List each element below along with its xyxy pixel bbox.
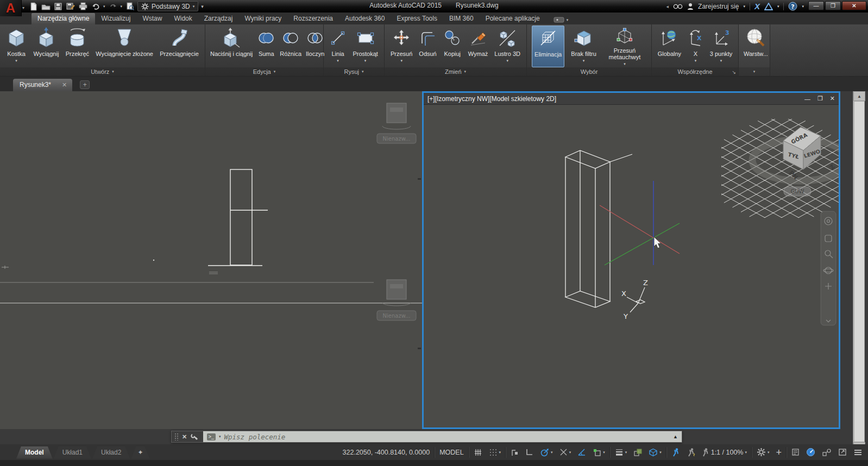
tab-narzedzia-glowne[interactable]: Narzędzia główne bbox=[32, 13, 95, 24]
viewport-close-icon[interactable]: ✕ bbox=[830, 95, 835, 102]
sign-in-caret-icon[interactable]: ▾ bbox=[743, 4, 745, 9]
left-viewport[interactable]: Nienazw... Nienazw... bbox=[0, 91, 422, 429]
dynamic-input-toggle[interactable] bbox=[574, 444, 589, 460]
lineweight-toggle[interactable]: ▾ bbox=[612, 444, 631, 460]
przesun-metauchwyt-button[interactable]: Przesuń metauchwyt ▾ bbox=[603, 26, 646, 67]
warstwy-button[interactable]: Warstw... bbox=[741, 26, 770, 67]
prostokat-caret-icon[interactable]: ▾ bbox=[364, 58, 367, 64]
help-icon[interactable]: ? bbox=[788, 2, 797, 11]
prostokat-button[interactable]: Prostokąt ▾ bbox=[350, 26, 380, 67]
kostka-caret-icon[interactable]: ▾ bbox=[15, 58, 17, 64]
lustro-3d-button[interactable]: Lustro 3D ▾ bbox=[492, 26, 523, 67]
layout2-tab[interactable]: Układ2 bbox=[92, 446, 130, 459]
osnap-3d-caret-icon[interactable]: ▾ bbox=[659, 450, 662, 455]
kostka-button[interactable]: Kostka ▾ bbox=[4, 26, 29, 67]
sign-in-button[interactable]: Zarejestruj się bbox=[698, 3, 739, 10]
annotation-monitor-button[interactable]: + bbox=[772, 444, 785, 460]
undo-button[interactable] bbox=[91, 2, 100, 11]
navigation-bar[interactable] bbox=[821, 211, 836, 325]
polar-tracking-toggle[interactable]: ▾ bbox=[537, 444, 556, 460]
selection-caret-icon[interactable]: ▾ bbox=[603, 450, 605, 455]
grid-display-toggle[interactable]: ▾ bbox=[486, 444, 505, 460]
save-button[interactable] bbox=[53, 2, 63, 11]
command-input[interactable]: >_ ▾ Wpisz polecenie ▲ bbox=[203, 431, 682, 442]
viewcube-ucs-button[interactable]: GUW bbox=[784, 187, 811, 196]
workspace-caret-icon[interactable]: ▾ bbox=[193, 4, 195, 9]
redo-caret-icon[interactable]: ▾ bbox=[121, 4, 123, 9]
left-drawing-canvas[interactable]: Nienazw... Nienazw... bbox=[0, 91, 422, 429]
iloczyn-button[interactable]: Iloczyn bbox=[304, 26, 326, 67]
vertical-scrollbar[interactable]: ▲ ▼ bbox=[853, 91, 865, 452]
clean-screen-button[interactable] bbox=[835, 444, 850, 460]
scroll-up-icon[interactable]: ▲ bbox=[853, 91, 865, 101]
wymaz-button[interactable]: Wymaż bbox=[466, 26, 490, 67]
tab-wstaw[interactable]: Wstaw bbox=[136, 13, 168, 24]
annotation-visibility-toggle[interactable] bbox=[668, 444, 683, 460]
model-space-toggle[interactable]: MODEL bbox=[439, 449, 463, 456]
panel-rysuj-footer[interactable]: Rysuj▾ bbox=[324, 67, 384, 76]
annotation-scale-caret-icon[interactable]: ▾ bbox=[745, 450, 747, 455]
polar-caret-icon[interactable]: ▾ bbox=[551, 450, 553, 455]
selection-cycling-toggle[interactable]: ▾ bbox=[589, 444, 608, 460]
roznica-button[interactable]: Różnica bbox=[278, 26, 304, 67]
transparency-toggle[interactable] bbox=[630, 444, 645, 460]
command-recent-caret-icon[interactable]: ▾ bbox=[219, 434, 221, 439]
new-file-button[interactable] bbox=[28, 2, 38, 11]
workspace-selector[interactable]: Podstawy 3D ▾ bbox=[137, 1, 198, 11]
tab-autodesk-360[interactable]: Autodesk 360 bbox=[339, 13, 391, 24]
suma-button[interactable]: Suma bbox=[255, 26, 278, 67]
redo-button[interactable] bbox=[108, 2, 118, 11]
przesun-metauchwyt-caret-icon[interactable]: ▾ bbox=[624, 61, 626, 67]
restore-button[interactable]: ❐ bbox=[825, 1, 841, 10]
save-as-button[interactable] bbox=[66, 2, 76, 11]
command-history-icon[interactable]: ▲ bbox=[673, 434, 678, 439]
ucs-x-caret-icon[interactable]: ▾ bbox=[695, 58, 697, 64]
panel-wspolrzedne-footer[interactable]: Współrzędne bbox=[652, 67, 738, 76]
tab-express-tools[interactable]: Express Tools bbox=[391, 13, 443, 24]
panel-warstwy-footer[interactable]: ▾ bbox=[739, 67, 770, 76]
active-viewport[interactable]: [+][Izometryczny NW][Model szkieletowy 2… bbox=[422, 91, 840, 429]
kopiuj-button[interactable]: Kopiuj bbox=[441, 26, 464, 67]
panel-utworz-footer[interactable]: Utwórz▾ bbox=[0, 67, 205, 76]
application-menu-caret-icon[interactable]: ▾ bbox=[22, 5, 24, 10]
mini-ucs-pill-bottom[interactable]: Nienazw... bbox=[377, 311, 416, 320]
snap-mode-toggle[interactable] bbox=[507, 444, 522, 460]
infocenter-collapse-icon[interactable]: ◂ bbox=[666, 4, 669, 9]
panel-zmien-footer[interactable]: Zmień▾ bbox=[385, 67, 526, 76]
viewport-controls-menu[interactable]: [+] bbox=[427, 95, 435, 103]
mini-ucs-pill-top[interactable]: Nienazw... bbox=[377, 134, 416, 143]
przeciagniecie-button[interactable]: Przeciągnięcie bbox=[158, 26, 201, 67]
command-line-customize-icon[interactable] bbox=[191, 433, 198, 440]
viewport-visual-style-menu[interactable]: [Model szkieletowy 2D] bbox=[489, 95, 556, 103]
customization-menu-button[interactable] bbox=[850, 444, 868, 460]
eliminacja-button[interactable]: Eliminacja bbox=[532, 26, 564, 67]
workspace-switch-caret-icon[interactable]: ▾ bbox=[768, 450, 770, 455]
model-tab[interactable]: Model bbox=[16, 446, 53, 459]
tab-wizualizuj[interactable]: Wizualizuj bbox=[95, 13, 136, 24]
lineweight-caret-icon[interactable]: ▾ bbox=[625, 450, 627, 455]
brak-filtru-button[interactable]: Brak filtru ▾ bbox=[569, 26, 598, 67]
tab-wyniki-pracy[interactable]: Wyniki pracy bbox=[238, 13, 287, 24]
minimize-button[interactable]: — bbox=[808, 1, 824, 10]
ribbon-state-caret-icon[interactable]: ▾ bbox=[567, 18, 569, 22]
drawing-canvas[interactable]: PN Z GÓRA TYŁ LEWO GUW bbox=[424, 105, 839, 427]
tab-bim-360[interactable]: BIM 360 bbox=[443, 13, 480, 24]
command-line-grip[interactable]: ✕ bbox=[172, 431, 203, 442]
ucs-3-punkty-caret-icon[interactable]: ▾ bbox=[720, 58, 722, 64]
lustro-3d-caret-icon[interactable]: ▾ bbox=[506, 58, 508, 64]
qat-overflow-icon[interactable]: ▾ bbox=[201, 4, 204, 9]
globalny-button[interactable]: Globalny bbox=[656, 26, 683, 67]
a360-caret-icon[interactable]: ▾ bbox=[777, 4, 779, 9]
przesun-button[interactable]: Przesuń ▾ bbox=[388, 26, 414, 67]
new-drawing-tab-button[interactable]: + bbox=[80, 80, 90, 89]
scrollbar-thumb[interactable] bbox=[854, 101, 865, 442]
file-tab-close-icon[interactable]: ✕ bbox=[62, 81, 67, 89]
search-binoculars-icon[interactable] bbox=[673, 3, 683, 10]
viewcube[interactable]: GÓRA TYŁ LEWO bbox=[783, 127, 821, 169]
linia-caret-icon[interactable]: ▾ bbox=[337, 58, 339, 64]
tab-rozszerzenia[interactable]: Rozszerzenia bbox=[287, 13, 339, 24]
annotation-autoscale-toggle[interactable] bbox=[683, 444, 699, 460]
nacisnij-i-ciagnij-button[interactable]: Naciśnij i ciągnij bbox=[208, 26, 255, 67]
przesun-caret-icon[interactable]: ▾ bbox=[400, 58, 402, 64]
workspace-switch-button[interactable]: ▾ bbox=[753, 444, 773, 460]
